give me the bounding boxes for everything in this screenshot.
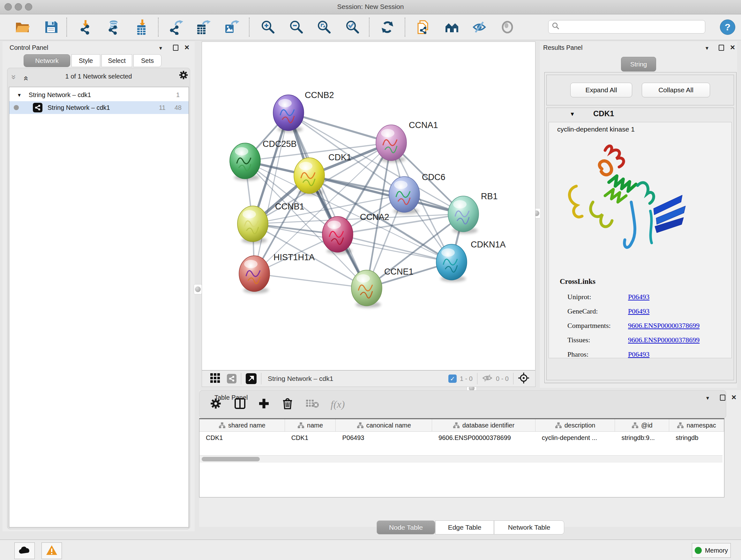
edge[interactable] xyxy=(288,113,391,143)
node-label: CDC25B xyxy=(263,139,297,149)
hidden-indicator-eye-icon[interactable] xyxy=(482,374,493,383)
crosslink-link[interactable]: P06493 xyxy=(628,307,650,315)
export-network-button[interactable] xyxy=(168,19,185,36)
edge[interactable] xyxy=(254,113,288,273)
network-graph[interactable]: CCNB2 CCNA1 CDC25B CDK1 CDC6 RB1 CCNB1 C… xyxy=(202,42,535,370)
node-CCNE1[interactable]: CCNE1 xyxy=(351,267,414,308)
crosslink-link[interactable]: 9606.ENSP00000378699 xyxy=(628,336,699,344)
main-toolbar: ? xyxy=(0,14,741,40)
tab-sets[interactable]: Sets xyxy=(133,54,161,67)
refresh-layout-button[interactable] xyxy=(379,19,396,36)
search-input[interactable] xyxy=(548,20,705,34)
column-header-name[interactable]: name xyxy=(285,419,336,431)
gene-collapse-icon[interactable]: ▼ xyxy=(569,111,575,118)
edge[interactable] xyxy=(254,273,367,288)
crosslink-link[interactable]: 9606.ENSP00000378699 xyxy=(628,321,699,330)
tab-edge-table[interactable]: Edge Table xyxy=(435,520,494,535)
crosslink-label: GeneCard: xyxy=(567,307,628,315)
collection-expand-icon[interactable]: ▼ xyxy=(17,92,22,98)
table-panel: Table Panel ▼ × f(x) shared namenamecano… xyxy=(199,390,741,527)
gene-details: cyclin-dependent kinase 1 CrossLinks Uni… xyxy=(549,122,732,358)
collapse-all-button[interactable]: Collapse All xyxy=(642,83,710,98)
crosslink-row: GeneCard:P06493 xyxy=(567,304,727,318)
control-panel-close-icon[interactable]: × xyxy=(185,44,189,51)
export-image-button[interactable] xyxy=(223,19,240,36)
expand-all-button[interactable]: Expand All xyxy=(570,83,632,98)
node-CCNB2[interactable]: CCNB2 xyxy=(273,90,334,132)
crosslink-link[interactable]: P06493 xyxy=(628,293,650,301)
column-header-canonical-name[interactable]: canonical name xyxy=(336,419,432,431)
zoom-selected-button[interactable] xyxy=(344,19,361,36)
column-header-database-identifier[interactable]: database identifier xyxy=(432,419,536,431)
help-button[interactable]: ? xyxy=(720,19,735,35)
open-session-button[interactable] xyxy=(14,19,30,36)
node-label: CCNA2 xyxy=(360,212,389,222)
grid-view-icon[interactable] xyxy=(210,373,220,384)
import-network-database-button[interactable] xyxy=(105,19,122,36)
node-table: shared namenamecanonical namedatabase id… xyxy=(199,418,724,497)
table-toolbar: f(x) xyxy=(199,390,726,418)
string-service-icon[interactable] xyxy=(227,374,237,383)
table-horizontal-scrollbar[interactable] xyxy=(200,455,723,462)
column-label: shared name xyxy=(228,422,266,429)
results-panel-menu-icon[interactable]: ▼ xyxy=(704,45,710,51)
new-network-from-selection-button[interactable] xyxy=(415,19,431,36)
control-panel-menu-icon[interactable]: ▼ xyxy=(158,45,163,51)
crosslink-link[interactable]: P06493 xyxy=(628,350,650,359)
zoom-fit-button[interactable] xyxy=(316,19,333,36)
node-HIST1H1A[interactable]: HIST1H1A xyxy=(239,253,315,294)
table-panel-float-icon[interactable] xyxy=(720,395,725,401)
node-RB1[interactable]: RB1 xyxy=(448,192,498,234)
add-column-icon[interactable] xyxy=(259,398,269,410)
crosslink-row: Tissues:9606.ENSP00000378699 xyxy=(567,333,727,347)
toolbar-separator xyxy=(66,17,67,37)
gene-section: ▼ CDK1 cyclin-dependent kinase 1 CrossLi… xyxy=(546,108,734,380)
save-session-button[interactable] xyxy=(43,19,59,36)
node-CCNA1[interactable]: CCNA1 xyxy=(376,120,438,163)
zoom-in-button[interactable] xyxy=(260,19,276,36)
tab-style[interactable]: Style xyxy=(71,54,100,67)
hide-selected-button[interactable] xyxy=(471,19,488,36)
node-CDKN1A[interactable]: CDKN1A xyxy=(436,240,506,282)
first-neighbors-button[interactable] xyxy=(444,19,460,36)
column-header-@id[interactable]: @id xyxy=(615,419,669,431)
tab-string[interactable]: String xyxy=(621,57,656,71)
network-collection-row[interactable]: ▼ String Network – cdk1 1 xyxy=(9,88,189,101)
birdseye-view-icon[interactable] xyxy=(246,373,257,384)
table-row[interactable]: CDK1CDK1P064939606.ENSP00000378699cyclin… xyxy=(199,432,724,444)
tab-node-table[interactable]: Node Table xyxy=(377,520,435,535)
toolbar-separator xyxy=(369,17,369,37)
network-row-selected[interactable]: String Network – cdk1 11 48 xyxy=(9,101,189,114)
crosslink-row: Compartments:9606.ENSP00000378699 xyxy=(567,318,727,333)
column-header-description[interactable]: description xyxy=(536,419,615,431)
export-table-button[interactable] xyxy=(195,19,212,36)
cloud-icon xyxy=(18,545,31,556)
results-panel-close-icon[interactable]: × xyxy=(730,44,735,51)
table-panel-close-icon[interactable]: × xyxy=(731,394,736,400)
network-options-gear-icon[interactable] xyxy=(179,70,188,81)
delete-column-icon[interactable] xyxy=(282,398,293,411)
node-CDC25B[interactable]: CDC25B xyxy=(230,139,297,181)
network-canvas[interactable]: CCNB2 CCNA1 CDC25B CDK1 CDC6 RB1 CCNB1 C… xyxy=(202,42,536,370)
tab-network[interactable]: Network xyxy=(23,54,70,67)
column-header-namespac[interactable]: namespac xyxy=(669,419,724,431)
center-view-crosshair-icon[interactable] xyxy=(518,372,529,385)
memory-button[interactable]: Memory xyxy=(692,543,731,558)
import-network-file-button[interactable] xyxy=(78,19,94,36)
table-panel-menu-icon[interactable]: ▼ xyxy=(705,395,710,401)
scrollbar-thumb[interactable] xyxy=(202,457,260,461)
control-panel-float-icon[interactable] xyxy=(173,45,179,51)
zoom-out-button[interactable] xyxy=(288,19,305,36)
left-splitter-grip[interactable] xyxy=(194,284,202,294)
tab-select[interactable]: Select xyxy=(102,54,132,67)
import-table-button[interactable] xyxy=(134,19,151,36)
string-network-icon xyxy=(33,103,43,112)
results-panel-float-icon[interactable] xyxy=(719,45,724,51)
warning-status-button[interactable] xyxy=(42,543,62,559)
tab-network-table[interactable]: Network Table xyxy=(494,520,564,535)
column-label: @id xyxy=(641,422,653,429)
show-all-button[interactable] xyxy=(499,19,516,36)
column-header-shared-name[interactable]: shared name xyxy=(199,419,285,431)
selected-indicator-checkbox[interactable]: ✓ xyxy=(448,374,457,383)
cloud-status-button[interactable] xyxy=(14,543,35,559)
